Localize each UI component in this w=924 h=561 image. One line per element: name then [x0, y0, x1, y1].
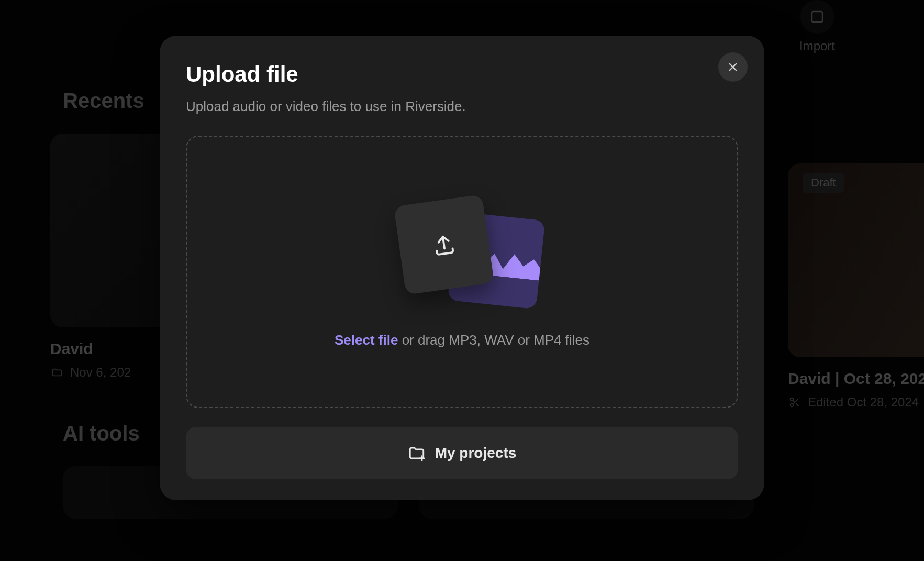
modal-overlay[interactable]: Upload file Upload audio or video files … — [0, 0, 924, 561]
modal-title: Upload file — [186, 62, 738, 87]
upload-dropzone[interactable]: Select file or drag MP3, WAV or MP4 file… — [186, 136, 738, 408]
folder-plus-icon — [408, 444, 426, 462]
upload-modal: Upload file Upload audio or video files … — [160, 36, 764, 500]
close-button[interactable] — [718, 52, 748, 82]
upload-icon — [430, 231, 458, 258]
dropzone-text: Select file or drag MP3, WAV or MP4 file… — [335, 332, 589, 348]
drag-hint: or drag MP3, WAV or MP4 files — [398, 332, 589, 348]
select-file-link[interactable]: Select file — [335, 332, 398, 348]
close-icon — [727, 61, 739, 73]
my-projects-label: My projects — [435, 445, 517, 461]
dropzone-graphic — [384, 196, 541, 311]
modal-subtitle: Upload audio or video files to use in Ri… — [186, 98, 738, 115]
upload-card-icon — [393, 194, 494, 294]
svg-line-8 — [442, 236, 444, 248]
my-projects-button[interactable]: My projects — [186, 427, 738, 479]
